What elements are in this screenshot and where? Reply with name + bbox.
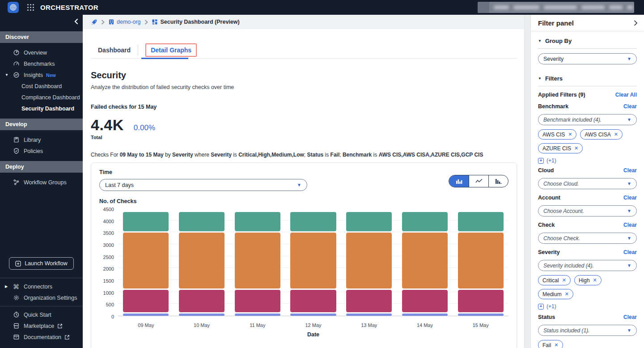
app-logo-icon[interactable] bbox=[8, 2, 19, 13]
bar-chart-button[interactable] bbox=[488, 175, 508, 187]
status-select[interactable]: Status included (1). ▼ bbox=[538, 325, 637, 336]
sidebar-item-policies[interactable]: Policies bbox=[0, 145, 83, 157]
bar-segment-low[interactable] bbox=[235, 212, 280, 231]
expand-triangle-icon[interactable]: ▼ bbox=[5, 73, 8, 77]
sidebar-item-workflow-groups[interactable]: Workflow Groups bbox=[0, 177, 83, 188]
bar-segment-low[interactable] bbox=[458, 212, 504, 231]
sidebar-item-compliance-dashboard[interactable]: Compliance Dashboard bbox=[0, 92, 83, 103]
bar-segment-critical[interactable] bbox=[290, 314, 336, 316]
scrollbar[interactable] bbox=[524, 15, 530, 348]
bar-segment-low[interactable] bbox=[123, 212, 169, 231]
bar-group[interactable] bbox=[118, 209, 174, 316]
sidebar-item-cost-dashboard[interactable]: Cost Dashboard bbox=[0, 81, 83, 92]
bar-group[interactable] bbox=[174, 209, 230, 316]
bar-segment-high[interactable] bbox=[290, 290, 336, 312]
sidebar-collapse-icon[interactable] bbox=[74, 18, 78, 25]
sidebar-item-quick-start[interactable]: Quick Start bbox=[0, 309, 83, 320]
sidebar-item-connectors[interactable]: ▶ ⌘ Connectors bbox=[0, 281, 83, 292]
clear-status-link[interactable]: Clear bbox=[623, 314, 637, 320]
severity-show-more[interactable]: + (+1) bbox=[538, 303, 637, 310]
bar-segment-high[interactable] bbox=[346, 290, 392, 312]
x-tick-label: 09 May bbox=[118, 323, 174, 328]
clear-all-link[interactable]: Clear All bbox=[615, 92, 637, 98]
filter-chip[interactable]: Fail✕ bbox=[538, 340, 563, 348]
y-tick-label: 4500 bbox=[103, 207, 114, 212]
stacked-bar-chart-button[interactable] bbox=[449, 175, 469, 187]
bar-segment-high[interactable] bbox=[458, 290, 504, 312]
sidebar-item-library[interactable]: Library bbox=[0, 134, 83, 145]
bar-segment-medium[interactable] bbox=[235, 233, 280, 289]
cloud-select[interactable]: Choose Cloud. ▼ bbox=[538, 178, 637, 189]
account-select[interactable]: Choose Account. ▼ bbox=[538, 205, 637, 216]
app-launcher-icon[interactable] bbox=[27, 4, 34, 11]
bar-segment-medium[interactable] bbox=[290, 233, 336, 289]
bar-segment-low[interactable] bbox=[346, 212, 392, 231]
global-search-input[interactable] bbox=[478, 2, 634, 13]
filter-chip[interactable]: AWS CIS✕ bbox=[538, 129, 576, 140]
severity-select[interactable]: Severity included (4). ▼ bbox=[538, 260, 637, 271]
bar-segment-critical[interactable] bbox=[179, 314, 225, 316]
time-range-select[interactable]: Last 7 days ▼ bbox=[99, 179, 307, 191]
bar-segment-critical[interactable] bbox=[402, 314, 448, 316]
benchmark-select[interactable]: Benchmark included (4). ▼ bbox=[538, 114, 637, 125]
bar-segment-critical[interactable] bbox=[458, 314, 504, 316]
clear-check-link[interactable]: Clear bbox=[623, 222, 637, 228]
clear-account-link[interactable]: Clear bbox=[623, 195, 637, 201]
filter-chip[interactable]: AWS CISA✕ bbox=[580, 129, 622, 140]
sidebar-item-marketplace[interactable]: Marketplace bbox=[0, 320, 83, 331]
line-chart-button[interactable] bbox=[469, 175, 488, 187]
sidebar-item-benchmarks[interactable]: Benchmarks bbox=[0, 58, 83, 69]
bar-segment-high[interactable] bbox=[179, 290, 225, 312]
expand-triangle-right-icon[interactable]: ▶ bbox=[5, 284, 8, 289]
filter-chip[interactable]: Medium✕ bbox=[538, 289, 573, 299]
bar-segment-low[interactable] bbox=[290, 212, 336, 231]
bar-segment-medium[interactable] bbox=[458, 233, 504, 289]
bar-segment-medium[interactable] bbox=[123, 233, 169, 289]
bar-segment-medium[interactable] bbox=[346, 233, 392, 289]
benchmark-show-more[interactable]: + (+1) bbox=[538, 157, 637, 164]
check-select[interactable]: Choose Check. ▼ bbox=[538, 233, 637, 244]
group-by-select[interactable]: Severity ▼ bbox=[538, 53, 637, 64]
clear-severity-link[interactable]: Clear bbox=[623, 249, 637, 255]
bar-group[interactable] bbox=[397, 209, 453, 316]
sidebar-item-documentation[interactable]: Documentation bbox=[0, 331, 83, 343]
breadcrumb-org-link[interactable]: demo-org bbox=[108, 19, 141, 25]
clear-benchmark-link[interactable]: Clear bbox=[623, 103, 637, 110]
rocket-icon[interactable] bbox=[91, 19, 97, 25]
sidebar-item-insights[interactable]: ▼ Insights New bbox=[0, 69, 83, 81]
bar-segment-critical[interactable] bbox=[346, 314, 392, 316]
bar-segment-medium[interactable] bbox=[179, 233, 225, 289]
chip-remove-icon[interactable]: ✕ bbox=[574, 145, 578, 151]
chip-remove-icon[interactable]: ✕ bbox=[568, 132, 572, 137]
chip-remove-icon[interactable]: ✕ bbox=[593, 277, 597, 283]
panel-collapse-icon[interactable] bbox=[634, 20, 638, 26]
bar-group[interactable] bbox=[341, 209, 397, 316]
bar-segment-high[interactable] bbox=[123, 290, 169, 312]
chip-remove-icon[interactable]: ✕ bbox=[554, 342, 558, 348]
bar-segment-high[interactable] bbox=[235, 290, 280, 312]
launch-workflow-button[interactable]: Launch Workflow bbox=[9, 257, 74, 270]
bar-segment-medium[interactable] bbox=[402, 233, 448, 289]
bar-group[interactable] bbox=[229, 209, 285, 316]
bar-segment-low[interactable] bbox=[402, 212, 448, 231]
bar-group[interactable] bbox=[285, 209, 341, 316]
chip-remove-icon[interactable]: ✕ bbox=[562, 277, 566, 283]
filter-chip[interactable]: Critical✕ bbox=[538, 275, 571, 285]
chip-remove-icon[interactable]: ✕ bbox=[614, 132, 618, 137]
sidebar-item-overview[interactable]: Overview bbox=[0, 47, 83, 58]
filters-section-header[interactable]: ▼ Filters bbox=[538, 75, 637, 82]
bar-segment-critical[interactable] bbox=[235, 314, 280, 316]
tab-detail-graphs[interactable]: Detail Graphs bbox=[138, 42, 204, 58]
chip-remove-icon[interactable]: ✕ bbox=[565, 291, 569, 297]
clear-cloud-link[interactable]: Clear bbox=[623, 167, 637, 174]
sidebar-item-security-dashboard[interactable]: Security Dashboard bbox=[0, 103, 83, 114]
bar-segment-low[interactable] bbox=[179, 212, 225, 231]
sidebar-item-organization-settings[interactable]: Organization Settings bbox=[0, 292, 83, 303]
filter-chip[interactable]: AZURE CIS✕ bbox=[538, 143, 583, 153]
group-by-section-header[interactable]: ▼ Group By bbox=[538, 38, 637, 44]
bar-segment-high[interactable] bbox=[402, 290, 448, 312]
bar-segment-critical[interactable] bbox=[123, 314, 169, 316]
tab-dashboard[interactable]: Dashboard bbox=[91, 42, 138, 58]
filter-chip[interactable]: High✕ bbox=[574, 275, 602, 285]
bar-group[interactable] bbox=[453, 209, 508, 316]
